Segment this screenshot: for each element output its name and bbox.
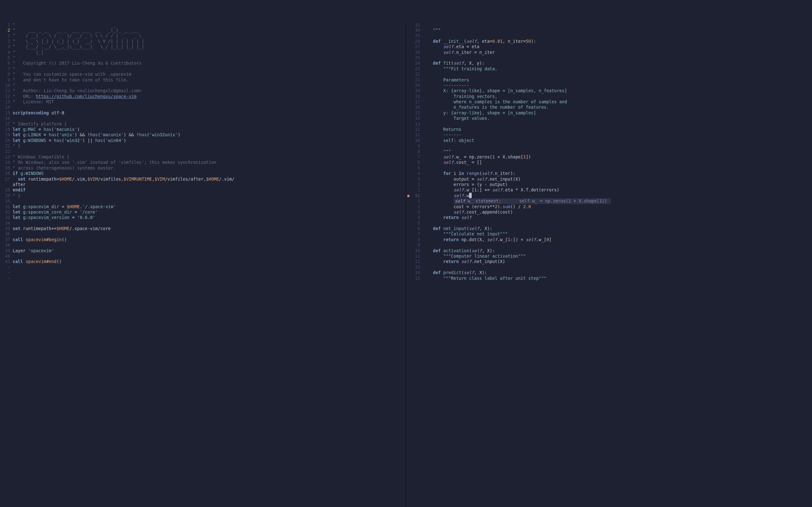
code-line[interactable]: 29" } bbox=[0, 193, 406, 199]
code-line[interactable]: 35set runtimepath+=$HOME/.space-vim/core bbox=[0, 226, 406, 231]
empty-line-tilde: ~ bbox=[0, 276, 406, 281]
empty-line-tilde: ~ bbox=[0, 265, 406, 270]
code-line[interactable]: 32let g:spacevim_core_dir = '/core' bbox=[0, 210, 406, 215]
code-line[interactable]: 20let g:WINDOWS = has('win32') || has('w… bbox=[0, 138, 406, 143]
code-line[interactable]: 13" License: MIT bbox=[0, 99, 406, 105]
code-line[interactable]: 14 bbox=[0, 105, 406, 110]
code-line[interactable]: 6" Copyright (c) 2017 Liu-Cheng Xu & Con… bbox=[0, 60, 406, 66]
code-line[interactable]: 36 bbox=[0, 231, 406, 237]
code-line[interactable]: 25" across (heterogeneous) systems easie… bbox=[0, 165, 406, 171]
code-line[interactable]: 2 cost = (errors**2).sum() / 2.0 bbox=[406, 204, 812, 210]
code-line[interactable]: 6 self.cost_ = [] bbox=[406, 160, 812, 165]
code-line[interactable]: 38 bbox=[0, 242, 406, 248]
code-line[interactable]: 1" / __| '_ \ / _` |/ __/ _ \ \ \ / / | … bbox=[0, 33, 406, 38]
code-line[interactable]: 24" On Windows, also use '.vim' instead … bbox=[0, 160, 406, 165]
code-line[interactable]: 9" and don't have to take care of this f… bbox=[0, 77, 406, 83]
code-line[interactable]: 24 def fit(self, X, y): bbox=[406, 60, 812, 66]
code-line[interactable]: 30 """ bbox=[406, 27, 812, 33]
code-line[interactable]: 13 bbox=[406, 265, 812, 270]
code-line[interactable]: 22 bbox=[0, 149, 406, 154]
code-line[interactable]: 11 ------- bbox=[406, 132, 812, 137]
code-line[interactable]: 40 bbox=[0, 253, 406, 259]
code-line[interactable]: 2" ___ _ __ __ _ ___ ___ __ _(_)_ __ ___ bbox=[0, 27, 406, 33]
code-line[interactable]: 5 bbox=[406, 165, 812, 171]
code-line[interactable]: 16 n_features is the number of features. bbox=[406, 105, 812, 110]
code-line[interactable]: 11" Author: Liu-Cheng Xu <xuliuchengxlc@… bbox=[0, 88, 406, 94]
code-line[interactable]: 7 """Calculate net input""" bbox=[406, 231, 812, 237]
code-line[interactable]: 4 for i in range(self.n_iter): bbox=[406, 171, 812, 176]
code-line[interactable]: 13 bbox=[406, 121, 812, 127]
code-line[interactable]: 26 self.n_iter = n_iter bbox=[406, 50, 812, 55]
code-line[interactable]: 26if g:WINDOWS bbox=[0, 171, 406, 176]
code-line[interactable]: 10 def activation(self, X): bbox=[406, 248, 812, 253]
code-line[interactable]: 3 self.cost_.append(cost) bbox=[406, 210, 812, 215]
code-line[interactable]: 14 def predict(self, X): bbox=[406, 270, 812, 275]
code-line[interactable]: 29 bbox=[406, 33, 812, 38]
code-line[interactable]: 8 return np.dot(X, self.w_[1:]) + self.w… bbox=[406, 237, 812, 242]
code-line[interactable]: 12 Returns bbox=[406, 127, 812, 132]
code-line[interactable]: 27 self.eta = eta bbox=[406, 44, 812, 49]
code-line[interactable]: 5 bbox=[406, 221, 812, 226]
code-line[interactable]: 41call spacevim#end() bbox=[0, 259, 406, 264]
code-line[interactable]: 23" Windows Compatible { bbox=[0, 154, 406, 160]
code-line[interactable]: 2" \__ \ |_) | (_| | (_| __/ \ V /| | | … bbox=[0, 39, 406, 44]
code-line[interactable]: 18let g:MAC = has('macunix') bbox=[0, 127, 406, 132]
code-line[interactable]: 30 bbox=[0, 199, 406, 204]
code-line[interactable]: 4 return self bbox=[406, 215, 812, 220]
code-line[interactable]: 39Layer 'spacevim' bbox=[0, 248, 406, 253]
code-line[interactable]: 14 Target values. bbox=[406, 116, 812, 121]
code-line[interactable]: 10 self: object bbox=[406, 138, 812, 143]
code-line[interactable]: 23 """Fit training data. bbox=[406, 66, 812, 72]
code-line[interactable]: 9 bbox=[406, 242, 812, 248]
code-line[interactable]: 12" URL: https://github.com/liuchengxu/s… bbox=[0, 94, 406, 99]
code-line[interactable]: 19 X: {array-like}, shape = [n_samples, … bbox=[406, 88, 812, 94]
code-line[interactable]: 20 ---------- bbox=[406, 83, 812, 88]
left-editor-pane[interactable]: 1" _2" ___ _ __ __ _ ___ ___ __ _(_)_ __… bbox=[0, 22, 406, 507]
code-line[interactable]: 28 def __init__(self, eta=0.01, n_iter=5… bbox=[406, 39, 812, 44]
code-line[interactable]: 17" Identify platform { bbox=[0, 121, 406, 127]
code-line[interactable]: 7 self.w_ = np.zeros(1 + X.shape[1]) bbox=[406, 154, 812, 160]
code-line[interactable]: 9 bbox=[406, 143, 812, 149]
code-line[interactable]: 1 self.w_[1:] += self.eta * X.T.dot(erro… bbox=[406, 187, 812, 193]
code-line[interactable]: 7" bbox=[0, 66, 406, 72]
code-line[interactable]: 27 set runtimepath=$HOME/.vim,$VIM/vimfi… bbox=[0, 176, 406, 182]
code-line[interactable]: after bbox=[0, 182, 406, 187]
right-editor-pane[interactable]: 31 30 """ 29 28 def __init__(self, eta=0… bbox=[406, 22, 812, 507]
code-line[interactable]: 1" _ bbox=[0, 22, 406, 27]
code-line[interactable]: 22 bbox=[406, 72, 812, 77]
code-line[interactable]: 6 def net_input(self, X): bbox=[406, 226, 812, 231]
code-line[interactable]: 5" bbox=[0, 55, 406, 60]
code-line[interactable]: 18 Training vectors, bbox=[406, 94, 812, 99]
code-line[interactable]: 34 bbox=[0, 221, 406, 226]
code-line[interactable]: 10" bbox=[0, 83, 406, 88]
code-line[interactable]: 8 """ bbox=[406, 149, 812, 154]
code-line[interactable]: 3" |___/ .__/ \__,_|\___\___| \_/ |_|_| … bbox=[0, 44, 406, 49]
code-line[interactable]: 33let g:spacevim_version = '0.6.0' bbox=[0, 215, 406, 220]
code-line[interactable]: 28endif bbox=[0, 187, 406, 193]
code-line[interactable]: 21 Parameters bbox=[406, 77, 812, 83]
code-line[interactable]: 11 """Computer linear activation""" bbox=[406, 253, 812, 259]
code-line[interactable]: 17 where n_samples is the number of samp… bbox=[406, 99, 812, 105]
completion-popup-item[interactable]: 1 self w_ statement: self.w_ = np.zeros(… bbox=[406, 199, 812, 204]
code-line[interactable]: 2 errors = (y - output) bbox=[406, 182, 812, 187]
code-line[interactable]: 15 y: {array-like}, shape = [n_samples] bbox=[406, 110, 812, 116]
code-line[interactable]: 37call spacevim#begin() bbox=[0, 237, 406, 242]
code-line[interactable]: 12 return self.net_input(X) bbox=[406, 259, 812, 264]
code-line[interactable]: 4" |_| bbox=[0, 50, 406, 55]
code-line[interactable]: 19let g:LINUX = has('unix') && !has('mac… bbox=[0, 132, 406, 137]
code-line[interactable]: 16 bbox=[0, 116, 406, 121]
code-line[interactable]: 31let g:spacevim_dir = $HOME.'/.space-vi… bbox=[0, 204, 406, 210]
empty-line-tilde: ~ bbox=[0, 270, 406, 275]
code-line[interactable]: 8" You can customize space-vim with .spa… bbox=[0, 72, 406, 77]
code-line[interactable]: 31 bbox=[406, 22, 812, 27]
editor-split-container: 1" _2" ___ _ __ __ _ ___ ___ __ _(_)_ __… bbox=[0, 22, 812, 507]
code-line[interactable]: 15scriptencoding utf-8 bbox=[0, 110, 406, 116]
code-line[interactable]: 25 bbox=[406, 55, 812, 60]
code-line[interactable]: ●51 self.w bbox=[406, 193, 812, 199]
code-line[interactable]: 15 """Return class label after unit step… bbox=[406, 276, 812, 281]
error-marker-icon: ● bbox=[406, 193, 411, 199]
code-line[interactable]: 21" } bbox=[0, 143, 406, 149]
code-line[interactable]: 3 output = self.net_input(X) bbox=[406, 176, 812, 182]
